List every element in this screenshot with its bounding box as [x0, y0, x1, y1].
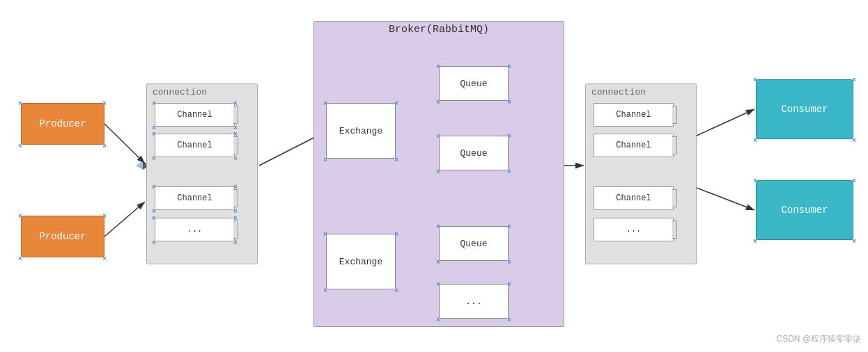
channel-left-3: Channel: [155, 186, 235, 210]
connection-left-label: connection: [147, 84, 257, 100]
channel-right-3: Channel: [594, 186, 674, 210]
svg-marker-5: [136, 161, 143, 170]
exchange-2-label: Exchange: [339, 257, 382, 267]
queue-dots-label: ...: [465, 296, 481, 307]
svg-line-14: [697, 109, 754, 136]
connection-right-label: connection: [586, 84, 696, 100]
svg-line-4: [104, 202, 145, 237]
producer-1-label: Producer: [39, 118, 86, 129]
svg-line-3: [104, 124, 145, 163]
queue-2: Queue: [439, 136, 509, 170]
channel-right-1-label: Channel: [616, 110, 651, 120]
channel-left-2: Channel: [155, 134, 235, 157]
queue-3: Queue: [439, 226, 509, 261]
queue-2-label: Queue: [460, 148, 487, 159]
svg-line-15: [697, 188, 754, 210]
queue-dots: ...: [439, 284, 509, 319]
diagram-container: Broker(RabbitMQ) Producer × × × × Produc…: [0, 0, 868, 352]
channel-left-3-label: Channel: [177, 193, 212, 203]
channel-right-1: Channel: [594, 103, 674, 127]
channel-right-dots-label: ...: [626, 225, 642, 234]
exchange-1: Exchange: [326, 103, 396, 159]
channel-right-3-label: Channel: [616, 193, 651, 203]
consumer-2-label: Consumer: [781, 205, 828, 216]
channel-right-dots: ...: [594, 218, 674, 241]
broker-label: Broker(RabbitMQ): [313, 24, 564, 35]
exchange-1-label: Exchange: [339, 126, 382, 136]
channel-right-2-label: Channel: [616, 141, 651, 150]
consumer-1-label: Consumer: [781, 104, 828, 115]
channel-right-2: Channel: [594, 134, 674, 157]
producer-2-label: Producer: [39, 231, 86, 242]
channel-left-2-label: Channel: [177, 141, 212, 150]
queue-1: Queue: [439, 66, 509, 101]
channel-left-dots: ...: [155, 218, 235, 241]
watermark: CSDN @程序猿零零柒: [776, 333, 861, 345]
queue-3-label: Queue: [460, 239, 487, 249]
channel-left-1-label: Channel: [177, 110, 212, 120]
consumer-2: Consumer: [756, 180, 853, 240]
producer-2: Producer: [21, 216, 104, 257]
queue-1-label: Queue: [460, 79, 487, 89]
channel-left-dots-label: ...: [187, 225, 203, 234]
producer-1: Producer: [21, 103, 104, 145]
exchange-2: Exchange: [326, 234, 396, 289]
consumer-1: Consumer: [756, 79, 853, 139]
channel-left-1: Channel: [155, 103, 235, 127]
